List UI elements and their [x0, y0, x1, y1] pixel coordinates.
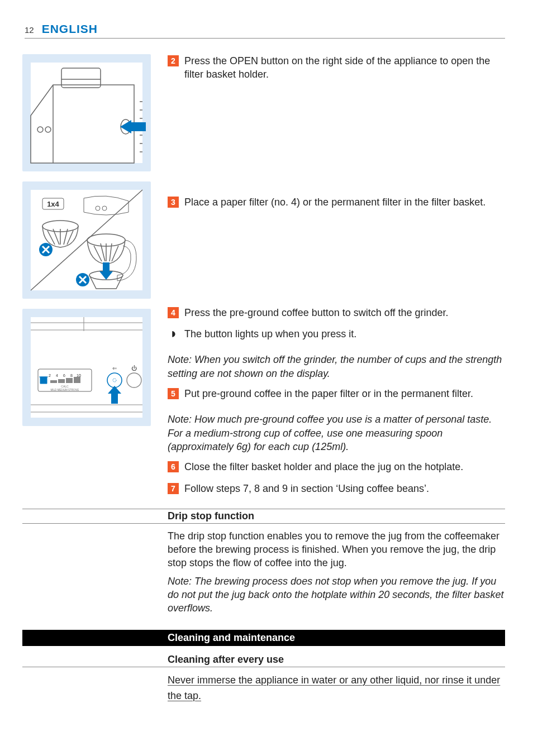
drip-stop-note: Note: The brewing process does not stop … — [168, 575, 505, 615]
svg-text:⏻: ⏻ — [131, 365, 137, 371]
svg-rect-40 — [111, 394, 118, 404]
cleaning-warning: Never immerse the appliance in water or … — [168, 673, 505, 704]
cleaning-section: Cleaning and maintenance — [22, 630, 505, 646]
svg-rect-19 — [31, 317, 142, 418]
svg-text:4: 4 — [56, 374, 58, 377]
step-number-badge: 5 — [168, 388, 179, 399]
figure-column: 1x4 — [22, 54, 151, 503]
figure-step-4: 2 4 6 8 10 CALC MILD MEDIUM STRONG — [22, 309, 151, 426]
note-grinder-off: Note: When you switch off the grinder, t… — [168, 353, 505, 380]
page-number: 12 — [25, 25, 34, 35]
svg-text:6: 6 — [63, 374, 65, 377]
drip-stop-heading: Drip stop function — [22, 509, 505, 524]
step-4-bullet: ◗ The button lights up when you press it… — [168, 327, 505, 345]
step-text: Press the pre-ground coffee button to sw… — [184, 306, 505, 319]
drip-stop-text: The drip stop function enables you to re… — [168, 529, 505, 570]
bullet-icon: ◗ — [168, 327, 179, 345]
step-number-badge: 6 — [168, 461, 179, 472]
step-text: Press the OPEN button on the right side … — [184, 54, 505, 82]
step-number-badge: 4 — [168, 307, 179, 318]
step-text: Follow steps 7, 8 and 9 in section ‘Usin… — [184, 482, 505, 495]
svg-rect-0 — [31, 63, 142, 163]
section-title-bar: Cleaning and maintenance — [22, 630, 505, 646]
svg-rect-14 — [103, 262, 110, 271]
figure-step-3: 1x4 — [22, 181, 151, 299]
step-7: 7 Follow steps 7, 8 and 9 in section ‘Us… — [168, 482, 505, 500]
strength-label: MILD MEDIUM STRONG — [51, 389, 79, 391]
step-number-badge: 2 — [168, 55, 179, 66]
bullet-text: The button lights up when you press it. — [184, 327, 356, 341]
svg-rect-33 — [66, 378, 73, 383]
drip-stop-body: The drip stop function enables you to re… — [168, 524, 505, 622]
step-4: 4 Press the pre-ground coffee button to … — [168, 306, 505, 324]
svg-text:8: 8 — [70, 374, 73, 377]
cleaning-body: Never immerse the appliance in water or … — [168, 667, 505, 709]
step-number-badge: 7 — [168, 483, 179, 494]
step-6: 6 Close the filter basket holder and pla… — [168, 460, 505, 478]
svg-text:2: 2 — [49, 374, 51, 377]
step-2: 2 Press the OPEN button on the right sid… — [168, 54, 505, 86]
page-header: 12 ENGLISH — [25, 22, 505, 39]
svg-text:⇐: ⇐ — [112, 365, 117, 371]
step-text: Close the filter basket holder and place… — [184, 460, 505, 473]
step-5: 5 Put pre-ground coffee in the paper fil… — [168, 387, 505, 405]
step-text: Place a paper filter (no. 4) or the perm… — [184, 195, 505, 209]
manual-page: 12 ENGLISH — [0, 0, 533, 756]
note-coffee-amount: Note: How much pre-ground coffee you use… — [168, 413, 505, 453]
step-3: 3 Place a paper filter (no. 4) or the pe… — [168, 195, 505, 213]
svg-rect-31 — [50, 380, 57, 383]
cleaning-subheading: Cleaning after every use — [22, 653, 505, 667]
filter-size-label: 1x4 — [47, 200, 59, 208]
svg-rect-34 — [74, 377, 80, 383]
svg-rect-5 — [131, 122, 146, 131]
step-text: Put pre-ground coffee in the paper filte… — [184, 387, 505, 400]
svg-text:10: 10 — [77, 374, 81, 377]
svg-rect-32 — [58, 379, 65, 383]
language-title: ENGLISH — [42, 22, 98, 36]
figure-step-2 — [22, 54, 151, 171]
calc-label: CALC — [61, 385, 69, 388]
instruction-column: 2 Press the OPEN button on the right sid… — [168, 54, 505, 503]
step-number-badge: 3 — [168, 197, 179, 208]
